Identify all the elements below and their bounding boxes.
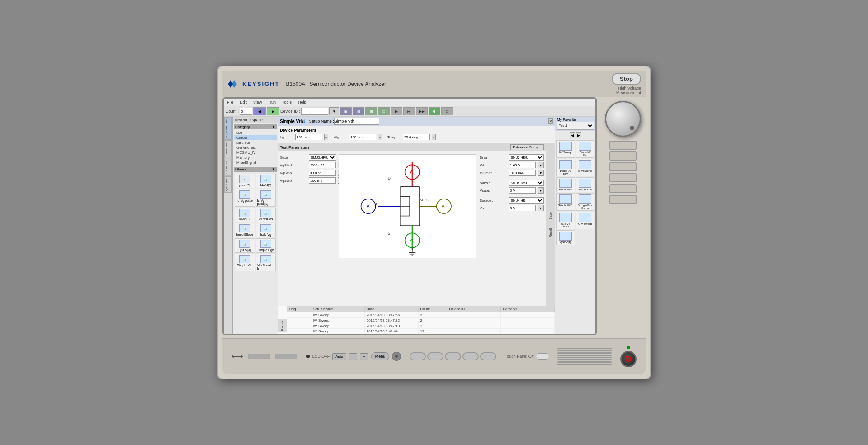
fav-item[interactable]: C-V Sweep — [576, 212, 595, 229]
side-btn-2[interactable] — [609, 151, 637, 161]
cat-bjt[interactable]: BJT — [234, 130, 277, 135]
list-item[interactable]: 📊 Simple Cgb — [256, 238, 276, 253]
side-btn-4[interactable] — [609, 173, 637, 182]
count-input[interactable] — [240, 108, 252, 115]
lcd-auto-btn[interactable]: Auto — [332, 353, 346, 360]
toolbar-btn-1[interactable]: ◀ — [253, 107, 266, 115]
wg-input[interactable] — [349, 134, 376, 140]
list-item[interactable]: 📊 IdRdsGds — [256, 208, 276, 222]
source-smu-select[interactable]: SMU4:HR — [509, 197, 544, 204]
favorite-folder-select[interactable]: Test1 — [557, 122, 594, 130]
list-item[interactable]: 📊 IonIoffSlope — [235, 223, 255, 237]
toolbar-action-3[interactable]: ⊞ — [365, 107, 377, 115]
setup-name-input[interactable] — [334, 118, 379, 125]
fn-btn-4[interactable] — [462, 352, 479, 360]
toolbar-action-8[interactable]: ⏺ — [429, 107, 440, 115]
menu-run[interactable]: Run — [267, 99, 277, 105]
list-item[interactable]: 📊 Id-Vd[3] — [256, 174, 276, 188]
toolbar-action-9[interactable]: □ — [441, 107, 453, 115]
expand-btn[interactable]: ▶ — [576, 132, 581, 138]
collapse-btn[interactable]: ◀ — [570, 132, 575, 138]
lg-unit-btn[interactable]: ▼ — [324, 134, 328, 140]
side-btn-3[interactable] — [609, 162, 637, 171]
toolbar-action-5[interactable]: ▶ — [391, 107, 402, 115]
power-button[interactable] — [620, 351, 637, 367]
toolbar-action-7[interactable]: ▶▶ — [416, 107, 428, 115]
list-item[interactable]: ~ pulse[3] — [235, 174, 255, 188]
list-item[interactable]: 📊 Id-Vg[3] — [235, 208, 255, 222]
cat-memory[interactable]: Memory — [234, 155, 277, 160]
vgstep-input[interactable] — [309, 177, 336, 184]
side-btn-5[interactable] — [609, 184, 637, 193]
fav-item[interactable]: Vth gmMax Demo — [576, 193, 595, 211]
cat-mcsmu[interactable]: MCSMU_IV — [234, 150, 277, 155]
drain-smu-select[interactable]: SMU2:HR/U — [509, 154, 544, 161]
cat-cmos[interactable]: CMOS — [234, 135, 277, 140]
toolbar-action-6[interactable]: ⏭ — [403, 107, 415, 115]
fav-item[interactable]: Diode I/V Rev — [556, 159, 575, 176]
fn-btn-2[interactable] — [427, 352, 443, 360]
subs-smu-select[interactable]: SMU5:IMSP — [509, 180, 544, 186]
vs-unit-btn[interactable]: ▼ — [538, 205, 544, 211]
fav-item[interactable]: Id-Vg Demo — [576, 159, 595, 176]
lcd-minus-btn[interactable]: – — [349, 353, 357, 360]
vs-input[interactable] — [509, 205, 536, 211]
idlimit-unit-btn[interactable]: ▼ — [538, 170, 544, 176]
menu-view[interactable]: View — [252, 99, 263, 105]
cat-generictest[interactable]: GenericTest — [234, 145, 277, 150]
rotary-knob[interactable] — [605, 101, 641, 137]
table-row[interactable]: I/V Sweep 2015/04/13 18:47:13 1 — [287, 323, 555, 329]
menu-edit[interactable]: Edit — [239, 99, 249, 105]
menu-btn[interactable]: Menu — [371, 352, 390, 360]
list-item[interactable]: 📊 QSCV[4] — [235, 238, 255, 253]
toolbar-dropdown[interactable]: ▼ — [329, 107, 339, 115]
tab-classic-test[interactable]: Classic Test — [224, 140, 232, 158]
temp-input[interactable] — [403, 134, 430, 140]
toolbar-btn-2[interactable]: ▶ — [267, 107, 279, 115]
fn-btn-3[interactable] — [445, 352, 461, 360]
list-item[interactable]: 📊 Isub-Vg — [256, 223, 276, 237]
gate-smu-select[interactable]: SMU3:HR/U — [309, 154, 336, 161]
stop-button[interactable]: Stop — [612, 73, 641, 85]
fn-btn-5[interactable] — [480, 352, 496, 360]
vd-input[interactable] — [509, 162, 536, 168]
menu-tools[interactable]: Tools — [281, 99, 293, 105]
menu-help[interactable]: Help — [297, 99, 308, 105]
menu-file[interactable]: File — [226, 99, 235, 105]
joystick-btn[interactable] — [392, 352, 401, 361]
vsubs-input[interactable] — [509, 187, 536, 194]
vsubs-unit-btn[interactable]: ▼ — [538, 187, 544, 194]
lcd-plus-btn[interactable]: + — [360, 353, 368, 360]
fav-item[interactable]: QSCV[4] — [556, 230, 575, 245]
setup-close-btn[interactable]: ✕ — [548, 118, 553, 124]
list-item[interactable]: 📊 Id-Vg pulse[3] — [256, 189, 276, 207]
tab-tracer-test[interactable]: Tracer Test — [224, 159, 232, 176]
lg-input[interactable] — [295, 134, 322, 140]
table-row[interactable]: I/V Sweep 2015/04/13 18:47:56 3 — [287, 312, 555, 318]
vgstop-input[interactable] — [309, 170, 336, 176]
list-item[interactable]: 📊 Simple Vth — [235, 254, 255, 271]
fav-item[interactable]: Diode I/V Pwr — [576, 140, 595, 158]
fn-btn-1[interactable] — [410, 352, 426, 360]
cat-discrete[interactable]: Discrete — [234, 140, 277, 145]
save-label[interactable]: Save — [548, 210, 553, 221]
tab-quick-test[interactable]: Quick Test — [224, 176, 232, 193]
cat-mixedsignal[interactable]: MixedSignal — [234, 160, 277, 165]
toolbar-action-2[interactable]: ⊟ — [353, 107, 364, 115]
toolbar-action-4[interactable]: ⊡ — [378, 107, 390, 115]
fav-item[interactable]: I/V Sweep — [556, 140, 575, 158]
fav-item[interactable]: Simple Vth1 — [556, 193, 575, 211]
table-row[interactable]: I/V Sweep 2015/04/10 9:46:44 17 — [287, 329, 555, 334]
tab-application-test[interactable]: Application Test — [224, 117, 232, 140]
side-btn-1[interactable] — [609, 141, 637, 150]
vgstart-input[interactable] — [309, 162, 336, 168]
list-item[interactable]: 📊 Vth Const Id — [256, 254, 276, 271]
extended-setup-btn[interactable]: Extended Setup... — [510, 144, 544, 150]
wg-unit-btn[interactable]: ▼ — [378, 134, 382, 140]
device-id-input[interactable] — [301, 108, 328, 115]
touch-panel-toggle[interactable] — [536, 353, 549, 360]
toolbar-action-1[interactable]: ▣ — [340, 107, 352, 115]
fav-item[interactable]: Isub-Vg Demo — [556, 212, 575, 229]
list-item[interactable]: 📊 Id-Vg pulse — [235, 189, 255, 207]
side-btn-6[interactable] — [609, 195, 637, 204]
